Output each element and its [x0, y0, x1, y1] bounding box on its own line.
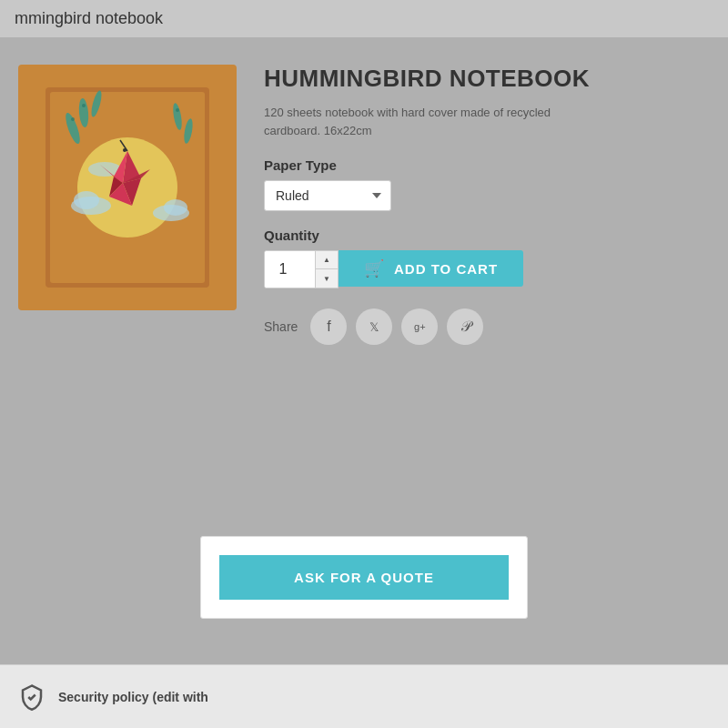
googleplus-share-button[interactable]: g+ — [401, 308, 438, 345]
product-image — [18, 65, 237, 310]
paper-type-label: Paper Type — [264, 157, 710, 173]
add-to-cart-label: ADD TO CART — [394, 261, 498, 277]
pinterest-icon: 𝒫 — [460, 318, 470, 335]
product-details: HUMMINGBIRD NOTEBOOK 120 sheets notebook… — [264, 65, 710, 345]
cart-icon: 🛒 — [364, 258, 385, 278]
svg-point-16 — [123, 148, 126, 152]
main-content: HUMMINGBIRD NOTEBOOK 120 sheets notebook… — [0, 37, 728, 363]
notebook-illustration — [36, 78, 218, 297]
quantity-label: Quantity — [264, 228, 710, 243]
quantity-input-wrapper: ▲ ▼ — [264, 250, 339, 288]
twitter-share-button[interactable]: 𝕏 — [356, 308, 392, 345]
product-image-wrapper — [18, 65, 237, 319]
add-to-cart-button[interactable]: 🛒 ADD TO CART — [339, 250, 523, 287]
security-text: Security policy (edit with — [58, 690, 208, 704]
facebook-share-button[interactable]: f — [310, 308, 347, 345]
svg-point-4 — [74, 191, 99, 209]
svg-point-6 — [164, 199, 187, 216]
share-section: Share f 𝕏 g+ 𝒫 — [264, 308, 710, 345]
quantity-down-button[interactable]: ▼ — [316, 269, 338, 288]
quantity-input[interactable] — [265, 251, 315, 288]
quantity-arrows: ▲ ▼ — [315, 251, 338, 288]
facebook-icon: f — [327, 318, 330, 335]
ask-quote-button[interactable]: ASK FOR A QUOTE — [219, 555, 509, 600]
quantity-up-button[interactable]: ▲ — [316, 251, 338, 269]
paper-type-select[interactable]: Ruled Blank Dotted Graph — [264, 180, 391, 211]
svg-point-22 — [71, 117, 75, 121]
share-label: Share — [264, 319, 298, 334]
top-bar: mmingbird notebook — [0, 0, 728, 37]
twitter-icon: 𝕏 — [369, 320, 379, 334]
quote-section: ASK FOR A QUOTE — [200, 536, 528, 619]
googleplus-icon: g+ — [414, 321, 426, 332]
shield-icon — [18, 683, 46, 711]
security-section: Security policy (edit with — [0, 664, 728, 728]
quantity-section: Quantity ▲ ▼ 🛒 ADD TO CART — [264, 222, 710, 288]
product-title: HUMMINGBIRD NOTEBOOK — [264, 65, 710, 93]
pinterest-share-button[interactable]: 𝒫 — [447, 308, 483, 345]
product-description: 120 sheets notebook with hard cover made… — [264, 104, 573, 139]
svg-point-24 — [176, 108, 179, 112]
svg-point-23 — [82, 104, 86, 107]
paper-type-section: Paper Type Ruled Blank Dotted Graph — [264, 150, 710, 211]
page-title: mmingbird notebook — [15, 9, 163, 28]
